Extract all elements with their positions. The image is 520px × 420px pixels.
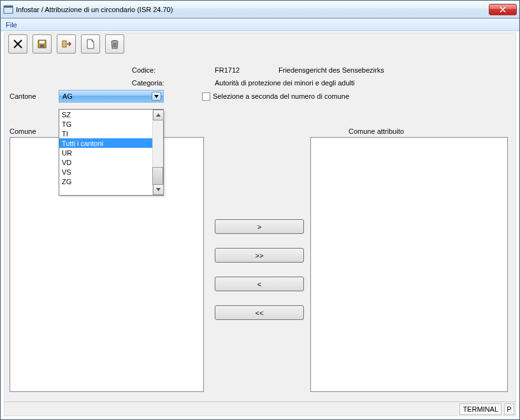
scroll-thumb[interactable] xyxy=(152,167,163,185)
svg-rect-4 xyxy=(40,45,44,47)
cancel-button[interactable] xyxy=(8,34,27,54)
cantone-selected-value: AG xyxy=(62,92,73,100)
selection-by-number-checkbox[interactable] xyxy=(202,92,210,101)
label-categoria: Categoria: xyxy=(132,79,164,87)
svg-rect-5 xyxy=(62,41,66,47)
dropdown-scrollbar[interactable] xyxy=(152,110,163,195)
scroll-up-button[interactable] xyxy=(153,110,164,120)
export-button[interactable] xyxy=(57,34,76,54)
status-terminal-label: TERMINAL xyxy=(463,405,498,413)
remove-button[interactable]: < xyxy=(215,277,304,291)
dropdown-item[interactable]: VS xyxy=(59,167,152,177)
delete-button[interactable] xyxy=(105,34,124,54)
menu-file[interactable]: File xyxy=(2,18,21,31)
status-p-label: P xyxy=(507,405,511,413)
toolbar xyxy=(4,33,516,55)
value-codice-desc: Friedensgericht des Sensebezirks xyxy=(278,66,384,74)
status-terminal: TERMINAL xyxy=(459,403,502,415)
client-area: Codice: FR1712 Friedensgericht des Sense… xyxy=(4,33,516,416)
add-all-button[interactable]: >> xyxy=(215,248,304,263)
cantone-dropdown-list[interactable]: SZTGTITutti i cantoniURVDVSZG xyxy=(59,109,164,196)
scroll-down-button[interactable] xyxy=(153,184,164,195)
menu-bar: File xyxy=(1,18,519,31)
app-icon xyxy=(3,4,13,15)
value-categoria: Autorità di protezione dei minori e degl… xyxy=(215,79,355,87)
add-button-label: > xyxy=(257,223,261,231)
svg-rect-1 xyxy=(4,6,13,8)
dropdown-item[interactable]: Tutti i cantoni xyxy=(59,138,152,148)
status-p: P xyxy=(504,403,514,415)
label-codice: Codice: xyxy=(132,66,155,74)
add-all-button-label: >> xyxy=(256,252,264,259)
dropdown-item[interactable]: ZG xyxy=(59,177,152,186)
save-button[interactable] xyxy=(32,34,52,54)
label-comune-attribuito: Comune attribuito xyxy=(349,127,404,135)
comune-attribuito-listbox[interactable] xyxy=(310,137,508,392)
remove-button-label: < xyxy=(257,280,261,288)
dropdown-item[interactable]: TG xyxy=(59,119,152,129)
cantone-combobox[interactable]: AG xyxy=(59,90,164,103)
label-cantone: Cantone xyxy=(10,92,36,100)
label-comune: Comune xyxy=(10,127,36,135)
app-window: Infostar / Attribuzione di un circondari… xyxy=(0,0,520,420)
window-title: Infostar / Attribuzione di un circondari… xyxy=(16,6,489,13)
dropdown-item[interactable]: UR xyxy=(59,148,152,157)
dropdown-item[interactable]: VD xyxy=(59,157,152,167)
window-close-button[interactable] xyxy=(489,4,517,15)
svg-rect-3 xyxy=(40,41,45,43)
remove-all-button[interactable]: << xyxy=(215,305,304,320)
dropdown-item[interactable]: SZ xyxy=(59,110,152,119)
title-bar: Infostar / Attribuzione di un circondari… xyxy=(1,1,519,18)
new-button[interactable] xyxy=(81,34,100,54)
value-codice: FR1712 xyxy=(215,66,240,74)
add-button[interactable]: > xyxy=(215,219,304,234)
dropdown-item[interactable]: TI xyxy=(59,129,152,138)
remove-all-button-label: << xyxy=(256,309,264,317)
dropdown-arrow-icon xyxy=(152,92,161,101)
status-bar: TERMINAL P xyxy=(4,402,516,416)
label-checkbox: Selezione a seconda del numero di comune xyxy=(213,92,349,100)
